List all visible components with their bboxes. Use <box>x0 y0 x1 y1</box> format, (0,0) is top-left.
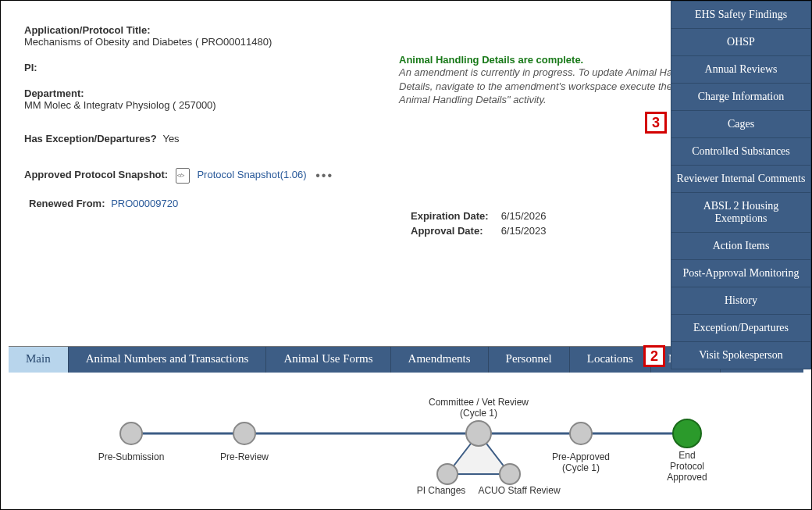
svg-point-6 <box>437 464 458 484</box>
snapshot-label: Approved Protocol Snapshot: <box>24 169 168 180</box>
expiration-date-value: 6/15/2026 <box>501 210 547 222</box>
svg-point-2 <box>120 423 142 444</box>
pi-label: PI: <box>24 62 37 73</box>
svg-text:Pre-Submission: Pre-Submission <box>98 451 165 462</box>
dd-item-visit-spokesperson[interactable]: Visit Spokesperson <box>671 342 810 369</box>
dd-item-action-items[interactable]: Action Items <box>671 233 810 260</box>
svg-text:Approved: Approved <box>667 472 707 483</box>
dd-item-annual-reviews[interactable]: Annual Reviews <box>671 56 810 84</box>
svg-text:Protocol: Protocol <box>670 461 704 472</box>
protocol-title-label: Application/Protocol Title: <box>24 24 399 36</box>
dd-item-absl2-housing-exemptions[interactable]: ABSL 2 Housing Exemptions <box>671 193 810 233</box>
svg-point-3 <box>233 423 255 444</box>
approval-date-value: 6/15/2023 <box>501 225 547 237</box>
svg-point-7 <box>500 464 520 484</box>
svg-text:End: End <box>678 450 695 461</box>
dd-item-cages[interactable]: Cages <box>671 111 810 138</box>
svg-text:(Cycle 1): (Cycle 1) <box>460 408 497 419</box>
svg-text:PI Changes: PI Changes <box>417 485 466 496</box>
dd-item-ohsp[interactable]: OHSP <box>671 29 810 56</box>
svg-text:Committee / Vet Review: Committee / Vet Review <box>429 397 529 408</box>
more-dropdown: EHS Safety Findings OHSP Annual Reviews … <box>671 1 811 369</box>
approval-date-label: Approval Date: <box>411 225 498 237</box>
dd-item-history[interactable]: History <box>671 287 810 315</box>
svg-text:(Cycle 1): (Cycle 1) <box>562 462 600 473</box>
snapshot-link[interactable]: Protocol Snapshot(1.06) <box>197 169 306 180</box>
department-label: Department: <box>24 87 399 99</box>
tab-animal-use-forms[interactable]: Animal Use Forms <box>266 347 390 373</box>
callout-2: 2 <box>643 345 665 367</box>
dd-item-charge-information[interactable]: Charge Information <box>671 84 810 111</box>
tab-locations[interactable]: Locations <box>570 347 651 373</box>
tab-main[interactable]: Main <box>9 347 69 373</box>
tab-amendments[interactable]: Amendments <box>391 347 489 373</box>
renewed-from-link[interactable]: PRO00009720 <box>111 198 178 209</box>
file-code-icon[interactable] <box>176 168 190 184</box>
svg-text:Pre-Review: Pre-Review <box>220 451 269 462</box>
workflow-diagram: Pre-Submission Pre-Review Committee / Ve… <box>9 373 803 508</box>
svg-text:ACUO Staff Review: ACUO Staff Review <box>478 485 560 496</box>
svg-point-5 <box>570 423 592 444</box>
expiration-date-label: Expiration Date: <box>411 210 498 222</box>
dd-item-controlled-substances[interactable]: Controlled Substances <box>671 138 810 166</box>
callout-3: 3 <box>645 112 667 134</box>
more-actions-icon[interactable]: ••• <box>315 169 333 183</box>
department-value: MM Molec & Integratv Physiolog ( 257000) <box>24 99 399 111</box>
dd-item-post-approval-monitoring[interactable]: Post-Approval Monitoring <box>671 260 810 287</box>
renewed-from-label: Renewed From: <box>29 198 105 209</box>
protocol-title-value: Mechanisms of Obesity and Diabetes ( PRO… <box>24 36 399 48</box>
svg-point-8 <box>673 419 701 448</box>
svg-text:Pre-Approved: Pre-Approved <box>552 451 610 462</box>
dd-item-exception-departures[interactable]: Exception/Departures <box>671 315 810 342</box>
dd-item-reviewer-internal-comments[interactable]: Reviewer Internal Comments <box>671 166 810 193</box>
tab-animal-numbers[interactable]: Animal Numbers and Transactions <box>69 347 267 373</box>
dd-item-ehs-safety-findings[interactable]: EHS Safety Findings <box>671 2 810 29</box>
exception-value: Yes <box>162 133 179 144</box>
svg-point-4 <box>466 421 491 446</box>
exception-label: Has Exception/Departures? <box>24 133 157 144</box>
tab-personnel[interactable]: Personnel <box>489 347 570 373</box>
